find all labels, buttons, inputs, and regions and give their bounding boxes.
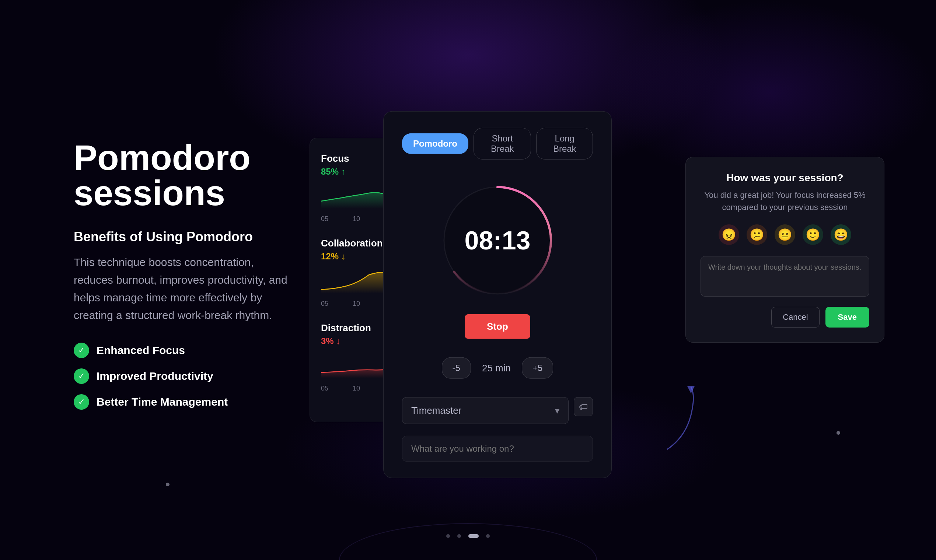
task-input[interactable] [402,436,593,462]
benefit-item-1: ✓ Enhanced Focus [74,343,288,358]
main-container: Pomodoro sessions Benefits of Using Pomo… [0,0,936,560]
benefit-item-3: ✓ Better Time Management [74,394,288,410]
benefits-description: This technique boosts concentration, red… [74,254,288,324]
benefits-title: Benefits of Using Pomodoro [74,229,288,245]
timer-time: 08:13 [464,228,530,254]
tab-long-break[interactable]: Long Break [536,128,593,160]
check-icon-2: ✓ [74,368,89,384]
timer-ring: 08:13 [439,182,556,300]
save-button[interactable]: Save [825,307,869,328]
dot-active [468,534,479,538]
minus-five-button[interactable]: -5 [442,357,471,379]
dot-2 [457,534,461,538]
arrow-decoration [660,383,704,457]
emoji-happy-button[interactable]: 🙂 [803,225,823,245]
emoji-row: 😠 😕 😐 🙂 😄 [700,225,869,245]
emoji-very-happy-button[interactable]: 😄 [831,225,851,245]
stop-button[interactable]: Stop [465,314,530,339]
check-icon-1: ✓ [74,343,89,358]
pomodoro-panel: Pomodoro Short Break Long Break [383,111,612,478]
emoji-angry-button[interactable]: 😠 [719,225,739,245]
feedback-panel: How was your session? You did a great jo… [685,157,884,343]
tag-icon: 🏷 [579,402,588,412]
dot-4 [486,534,490,538]
tag-button[interactable]: 🏷 [574,397,593,416]
right-section: Focus 85% ↑ 05 [288,29,862,531]
thoughts-textarea[interactable] [700,256,869,297]
main-title: Pomodoro sessions [74,140,288,211]
emoji-sad-button[interactable]: 😕 [747,225,767,245]
pagination-dots [446,534,490,538]
dot-decoration-left [166,483,169,486]
dot-decoration-right [836,431,840,435]
project-name: Timemaster [411,405,461,416]
feedback-description: You did a great job! Your focus increase… [700,189,869,213]
emoji-neutral-button[interactable]: 😐 [774,225,795,245]
svg-marker-2 [687,386,694,394]
project-dropdown[interactable]: Timemaster ▾ [402,397,569,424]
timer-container: 08:13 Stop [402,182,593,339]
tab-pomodoro[interactable]: Pomodoro [402,133,468,154]
plus-five-button[interactable]: +5 [522,357,553,379]
tab-row: Pomodoro Short Break Long Break [402,128,593,160]
dot-1 [446,534,450,538]
project-section: Timemaster ▾ 🏷 [402,397,593,462]
benefit-item-2: ✓ Improved Productivity [74,368,288,384]
tab-short-break[interactable]: Short Break [474,128,531,160]
timer-display: 08:13 [464,228,530,254]
left-section: Pomodoro sessions Benefits of Using Pomo… [74,140,288,420]
check-icon-3: ✓ [74,394,89,410]
time-controls: -5 25 min +5 [402,357,593,379]
benefit-label-1: Enhanced Focus [97,344,185,357]
benefit-label-3: Better Time Management [97,396,228,408]
feedback-title: How was your session? [700,172,869,184]
time-display: 25 min [482,362,511,374]
benefit-label-2: Improved Productivity [97,370,213,382]
dropdown-chevron-icon: ▾ [555,405,559,415]
cancel-button[interactable]: Cancel [771,307,819,328]
feedback-actions: Cancel Save [700,307,869,328]
